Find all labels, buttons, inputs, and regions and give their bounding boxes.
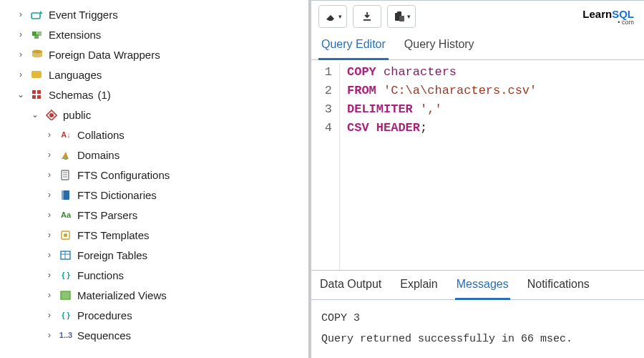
tree-item-fts-templates[interactable]: ›FTS Templates (3, 225, 306, 245)
expand-chevron-icon[interactable]: › (44, 310, 54, 320)
tree-item-fts-dictionaries[interactable]: ›FTS Dictionaries (3, 185, 306, 205)
fts-parsers-icon: Aa (59, 208, 73, 222)
line-number: 3 (311, 100, 332, 119)
sql-editor[interactable]: 1234 COPY charactersFROM 'C:\a\character… (311, 60, 644, 270)
tree-item-label: Foreign Tables (77, 249, 147, 261)
code-line[interactable]: DELIMITER ',' (347, 100, 537, 119)
tree-item-public[interactable]: ⌄public (3, 105, 306, 125)
procedures-icon: { } (59, 308, 73, 322)
result-tabs: Data OutputExplainMessagesNotifications (311, 270, 644, 300)
svg-rect-3 (34, 34, 39, 39)
download-button[interactable] (353, 5, 381, 28)
code-line[interactable]: CSV HEADER; (347, 119, 537, 137)
expand-chevron-icon[interactable]: › (16, 29, 26, 39)
tree-item-label: Sequences (77, 329, 131, 342)
tree-item-label: Materialized Views (77, 289, 167, 301)
event-triggers-icon (30, 7, 44, 21)
code-token: DELIMITER (347, 102, 413, 116)
svg-rect-7 (37, 90, 41, 94)
messages-line: Query returned successfully in 66 msec. (321, 329, 634, 350)
tree-item-materialized-views[interactable]: ›Materialized Views (3, 285, 306, 305)
tree-item-fts-parsers[interactable]: ›AaFTS Parsers (3, 205, 306, 225)
line-number: 1 (311, 63, 332, 82)
expand-chevron-icon[interactable]: › (44, 170, 54, 180)
chevron-down-icon: ▾ (407, 13, 411, 20)
extensions-icon (30, 27, 44, 42)
tree-item-collations[interactable]: ›A↓Collations (3, 125, 306, 145)
tree-item-schemas[interactable]: ⌄Schemas (1) (3, 84, 306, 105)
learnsql-logo: LearnSQL • com (582, 8, 634, 26)
result-tab-messages[interactable]: Messages (455, 271, 510, 300)
svg-point-20 (64, 233, 67, 237)
eraser-button[interactable]: ▾ (318, 5, 347, 28)
code-token: COPY (347, 65, 376, 79)
expand-chevron-icon[interactable]: ⌄ (30, 110, 40, 120)
materialized-views-icon (59, 288, 73, 302)
expand-chevron-icon[interactable]: › (16, 9, 26, 19)
expand-chevron-icon[interactable]: › (44, 130, 54, 140)
query-tool-panel: ▾▾ LearnSQL • com Query EditorQuery Hist… (311, 0, 644, 358)
code-token: HEADER (376, 121, 420, 135)
code-token: 'C:\a\characters.csv' (384, 84, 537, 97)
foreign-data-wrappers-icon (30, 47, 44, 62)
expand-chevron-icon[interactable]: › (44, 290, 54, 300)
expand-chevron-icon[interactable]: › (16, 69, 26, 79)
svg-rect-6 (32, 90, 36, 94)
fts-dictionaries-icon (59, 188, 73, 202)
expand-chevron-icon[interactable]: › (44, 330, 54, 340)
code-area[interactable]: COPY charactersFROM 'C:\a\characters.csv… (340, 63, 537, 270)
chevron-down-icon: ▾ (338, 13, 342, 20)
tab-query-history[interactable]: Query History (401, 32, 477, 59)
svg-rect-18 (62, 190, 64, 200)
messages-line: COPY 3 (321, 309, 634, 329)
tree-item-label: Procedures (77, 309, 132, 321)
expand-chevron-icon[interactable]: › (44, 230, 54, 240)
paste-button[interactable]: ▾ (387, 5, 416, 28)
tree-item-sequences[interactable]: ›1..3Sequences (3, 325, 306, 345)
code-line[interactable]: FROM 'C:\a\characters.csv' (347, 82, 537, 100)
tree-item-functions[interactable]: ›{ }Functions (3, 265, 306, 285)
tree-item-label: FTS Dictionaries (77, 189, 157, 201)
result-tab-explain[interactable]: Explain (399, 271, 439, 299)
expand-chevron-icon[interactable]: › (44, 270, 54, 280)
tree-item-foreign-data-wrappers[interactable]: ›Foreign Data Wrappers (3, 44, 306, 64)
result-tab-data-output[interactable]: Data Output (318, 271, 383, 299)
tree-item-procedures[interactable]: ›{ }Procedures (3, 305, 306, 325)
expand-chevron-icon[interactable]: ⌄ (16, 90, 26, 100)
eraser-icon (324, 11, 337, 22)
tree-item-label: Extensions (49, 29, 101, 41)
object-browser-tree[interactable]: ›Event Triggers›Extensions›Foreign Data … (0, 0, 311, 358)
tree-item-foreign-tables[interactable]: ›Foreign Tables (3, 245, 306, 265)
result-tab-notifications[interactable]: Notifications (526, 271, 591, 299)
functions-icon: { } (59, 268, 73, 282)
svg-rect-12 (64, 158, 67, 160)
collations-icon: A↓ (59, 127, 73, 142)
foreign-tables-icon (59, 248, 73, 262)
expand-chevron-icon[interactable]: › (16, 49, 26, 59)
tree-item-fts-configurations[interactable]: ›FTS Configurations (3, 165, 306, 185)
expand-chevron-icon[interactable]: › (44, 190, 54, 200)
tree-item-languages[interactable]: ›Languages (3, 64, 306, 84)
tree-item-event-triggers[interactable]: ›Event Triggers (3, 4, 306, 24)
tree-item-count: (1) (98, 89, 111, 101)
line-number-gutter: 1234 (311, 63, 340, 270)
tree-item-domains[interactable]: ›Domains (3, 145, 306, 165)
svg-rect-0 (31, 13, 40, 19)
query-tabs: Query EditorQuery History (311, 32, 644, 60)
code-line[interactable]: COPY characters (347, 63, 537, 82)
messages-output: COPY 3 Query returned successfully in 66… (311, 300, 644, 358)
tree-item-label: Schemas (49, 89, 94, 101)
tree-item-label: FTS Configurations (77, 169, 170, 181)
expand-chevron-icon[interactable]: › (44, 250, 54, 260)
tab-query-editor[interactable]: Query Editor (318, 32, 389, 60)
tree-item-label: Event Triggers (49, 9, 118, 21)
expand-chevron-icon[interactable]: › (44, 210, 54, 220)
tree-item-extensions[interactable]: ›Extensions (3, 24, 306, 44)
svg-rect-28 (397, 11, 401, 14)
languages-icon (30, 67, 44, 82)
tree-item-label: FTS Parsers (77, 209, 137, 221)
fts-configurations-icon (59, 168, 73, 182)
expand-chevron-icon[interactable]: › (44, 150, 54, 160)
tree-item-label: Functions (77, 269, 124, 281)
tree-item-label: Foreign Data Wrappers (49, 49, 160, 61)
